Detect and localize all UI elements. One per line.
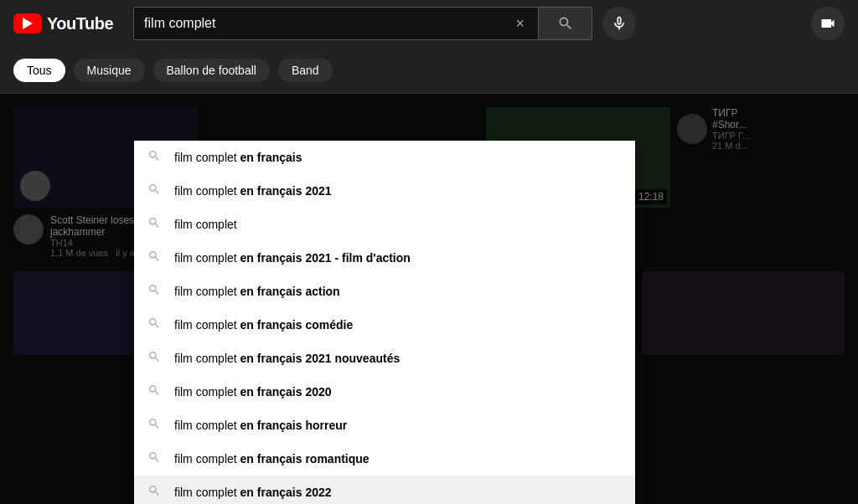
autocomplete-item-7[interactable]: film complet en français 2020 bbox=[134, 375, 635, 409]
mic-button[interactable] bbox=[602, 7, 636, 40]
chip-tous[interactable]: Tous bbox=[13, 59, 65, 82]
upload-icon bbox=[819, 15, 836, 32]
autocomplete-item-6[interactable]: film complet en français 2021 nouveautés bbox=[134, 342, 635, 375]
autocomplete-item-8[interactable]: film complet en français horreur bbox=[134, 409, 635, 442]
chip-band[interactable]: Band bbox=[278, 59, 333, 82]
clear-search-button[interactable]: × bbox=[513, 12, 529, 36]
search-icon-9 bbox=[147, 450, 161, 467]
autocomplete-dropdown: film complet en français film complet en… bbox=[134, 141, 635, 504]
autocomplete-item-5[interactable]: film complet en français comédie bbox=[134, 308, 635, 342]
autocomplete-item-3[interactable]: film complet en français 2021 - film d'a… bbox=[134, 241, 635, 275]
search-icon-7 bbox=[147, 383, 161, 400]
search-icon-8 bbox=[147, 417, 161, 434]
search-input[interactable] bbox=[144, 16, 512, 31]
youtube-logo-icon bbox=[13, 13, 42, 33]
main-content: Scott Steiner loses... Goldberg jackhamm… bbox=[0, 94, 858, 504]
upload-button[interactable] bbox=[811, 7, 845, 40]
autocomplete-item-10[interactable]: film complet en français 2022 bbox=[134, 476, 635, 504]
chip-musique[interactable]: Musique bbox=[74, 59, 145, 82]
search-icon-5 bbox=[147, 316, 161, 333]
search-icon-1 bbox=[147, 183, 161, 199]
search-icon-2 bbox=[147, 216, 161, 233]
autocomplete-item-2[interactable]: film complet bbox=[134, 208, 635, 241]
autocomplete-item-0[interactable]: film complet en français bbox=[134, 141, 635, 174]
autocomplete-item-9[interactable]: film complet en français romantique bbox=[134, 442, 635, 476]
search-icon-0 bbox=[147, 149, 161, 166]
autocomplete-item-4[interactable]: film complet en français action bbox=[134, 275, 635, 308]
logo-area[interactable]: YouTube bbox=[13, 13, 113, 33]
search-input-wrapper: × bbox=[133, 7, 539, 40]
mic-icon bbox=[611, 15, 628, 32]
header: YouTube × bbox=[0, 0, 858, 47]
search-icon-4 bbox=[147, 283, 161, 300]
search-icon-6 bbox=[147, 350, 161, 367]
youtube-logo-text: YouTube bbox=[47, 14, 113, 33]
search-icon-3 bbox=[147, 249, 161, 266]
chips-bar: Tous Musique Ballon de football Band bbox=[0, 47, 858, 94]
search-button[interactable] bbox=[539, 7, 592, 40]
search-icon-10 bbox=[147, 484, 161, 501]
chip-ballon[interactable]: Ballon de football bbox=[153, 59, 270, 82]
autocomplete-item-1[interactable]: film complet en français 2021 bbox=[134, 174, 635, 208]
header-right bbox=[811, 7, 845, 40]
search-container: × bbox=[133, 7, 636, 40]
search-icon bbox=[557, 15, 574, 32]
